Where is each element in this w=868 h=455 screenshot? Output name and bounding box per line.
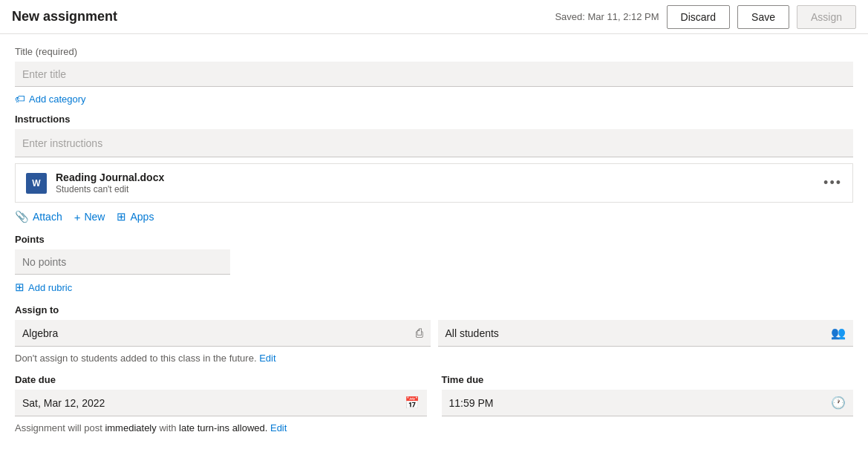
post-immediately-text: immediately <box>105 422 156 433</box>
add-category-button[interactable]: 🏷 Add category <box>15 93 853 105</box>
attach-button[interactable]: 📎 Attach <box>15 210 62 223</box>
top-bar-actions: Saved: Mar 11, 2:12 PM Discard Save Assi… <box>555 5 856 29</box>
attachment-row: W Reading Journal.docx Students can't ed… <box>15 163 853 203</box>
new-label: New <box>84 211 105 223</box>
assign-to-row: Algebra ⎙ All students 👥 <box>15 320 853 347</box>
title-section: Title (required) <box>15 46 853 87</box>
post-note-with: with <box>159 422 179 433</box>
assign-button[interactable]: Assign <box>797 5 856 29</box>
rubric-grid-icon: ⊞ <box>15 281 25 294</box>
time-due-field[interactable]: 11:59 PM 🕐 <box>442 390 854 416</box>
discard-button[interactable]: Discard <box>667 5 730 29</box>
date-due-field[interactable]: Sat, Mar 12, 2022 📅 <box>15 390 427 416</box>
add-category-label: Add category <box>29 94 86 105</box>
clock-icon[interactable]: 🕐 <box>831 396 846 410</box>
apps-button[interactable]: ⊞ Apps <box>117 210 154 223</box>
title-input[interactable] <box>15 62 853 87</box>
attachment-details: Reading Journal.docx Students can't edit <box>56 171 164 194</box>
saved-status: Saved: Mar 11, 2:12 PM <box>555 11 659 22</box>
new-button[interactable]: + New <box>74 211 105 223</box>
apps-icon: ⊞ <box>117 210 126 223</box>
top-bar: New assignment Saved: Mar 11, 2:12 PM Di… <box>0 0 868 34</box>
form-content: Title (required) 🏷 Add category Instruct… <box>0 34 868 445</box>
assign-to-section: Assign to Algebra ⎙ All students 👥 Don't… <box>15 304 853 364</box>
time-due-value: 11:59 PM <box>449 397 494 409</box>
paperclip-icon: 📎 <box>15 210 29 223</box>
date-due-value: Sat, Mar 12, 2022 <box>22 397 105 409</box>
time-due-label: Time due <box>442 374 854 385</box>
apps-label: Apps <box>130 211 154 223</box>
students-value: All students <box>446 327 499 339</box>
instructions-label: Instructions <box>15 114 853 125</box>
add-rubric-label: Add rubric <box>28 282 72 293</box>
attachment-toolbar: 📎 Attach + New ⊞ Apps <box>15 210 853 223</box>
points-input[interactable] <box>15 249 230 275</box>
title-label: Title (required) <box>15 46 853 57</box>
class-value: Algebra <box>22 327 58 339</box>
date-due-label: Date due <box>15 374 427 385</box>
attach-label: Attach <box>33 211 62 223</box>
tag-icon: 🏷 <box>15 93 25 105</box>
plus-icon: + <box>74 211 81 223</box>
date-time-row: Date due Sat, Mar 12, 2022 📅 Time due 11… <box>15 374 853 416</box>
date-due-section: Date due Sat, Mar 12, 2022 📅 <box>15 374 427 416</box>
students-field[interactable]: All students 👥 <box>438 320 854 347</box>
future-note: Don't assign to students added to this c… <box>15 353 853 364</box>
word-icon: W <box>26 173 47 194</box>
instructions-section: Instructions <box>15 114 853 157</box>
post-note-before: Assignment will post <box>15 422 105 433</box>
time-due-section: Time due 11:59 PM 🕐 <box>442 374 854 416</box>
calendar-icon[interactable]: 📅 <box>405 396 420 410</box>
attachment-name: Reading Journal.docx <box>56 171 164 183</box>
page-title: New assignment <box>12 9 117 24</box>
post-edit-link[interactable]: Edit <box>270 422 287 433</box>
add-rubric-button[interactable]: ⊞ Add rubric <box>15 281 853 294</box>
class-field[interactable]: Algebra ⎙ <box>15 320 431 347</box>
more-options-icon[interactable]: ••• <box>823 175 842 191</box>
instructions-input[interactable] <box>15 129 853 157</box>
save-button[interactable]: Save <box>737 5 789 29</box>
assign-to-label: Assign to <box>15 304 853 315</box>
future-edit-link[interactable]: Edit <box>259 353 275 364</box>
post-note: Assignment will post immediately with la… <box>15 422 853 433</box>
points-section: Points <box>15 234 853 275</box>
points-label: Points <box>15 234 853 245</box>
post-late-text: late turn-ins allowed. <box>179 422 267 433</box>
attachment-subtitle: Students can't edit <box>56 184 164 194</box>
people-icon[interactable]: 👥 <box>831 326 846 340</box>
attachment-info: W Reading Journal.docx Students can't ed… <box>26 171 164 194</box>
copy-icon[interactable]: ⎙ <box>416 327 423 340</box>
